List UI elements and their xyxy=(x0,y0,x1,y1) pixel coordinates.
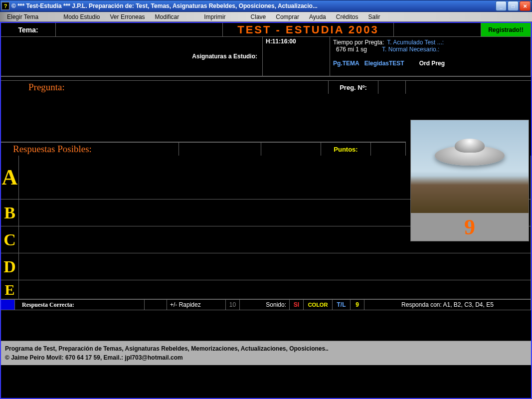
registered-badge: Registrado!! xyxy=(481,23,531,36)
answer-c-button[interactable]: C xyxy=(1,226,19,253)
pregunta-label: Pregunta: xyxy=(1,81,329,94)
menu-salir[interactable]: Salir xyxy=(363,12,385,21)
sonido-value[interactable]: SI xyxy=(290,300,304,310)
menu-comprar[interactable]: Comprar xyxy=(271,12,304,21)
image-panel: 9 xyxy=(410,120,529,241)
elegidas-label: ElegidasTEST xyxy=(364,60,404,67)
answer-b-button[interactable]: B xyxy=(1,200,19,226)
tema-label: Tema: xyxy=(1,23,56,36)
status-area-2 xyxy=(1,310,531,341)
menubar: Elegir Tema Modo Estudio Ver Erroneas Mo… xyxy=(0,12,532,22)
question-image xyxy=(411,120,529,213)
pregunta-body xyxy=(1,94,406,143)
minimize-button[interactable]: _ xyxy=(496,1,507,11)
pregunta-num-label: Preg. Nº: xyxy=(329,81,378,94)
answer-a-button[interactable]: A xyxy=(1,156,19,199)
puntos-value xyxy=(371,143,406,156)
footer-line1: Programa de Test, Preparación de Temas, … xyxy=(5,344,527,353)
puntos-label: Puntos: xyxy=(321,143,371,156)
menu-ayuda[interactable]: Ayuda xyxy=(304,12,331,21)
tiempo-pregta-label: Tiempo por Pregta: xyxy=(333,39,384,46)
asignaturas-label: Asignaturas a Estudio: xyxy=(1,37,263,76)
footer-line2: © Jaime Peiro Movil: 670 64 17 59, Email… xyxy=(5,353,527,362)
menu-imprimir[interactable]: Imprimir xyxy=(199,12,230,21)
ord-preg-label: Ord Preg xyxy=(419,60,445,67)
responda-hint: Responda con: A1, B2, C3, D4, E5 xyxy=(364,300,531,310)
app-title: TEST - ESTUDIA 2003 xyxy=(223,23,394,36)
info-right-block: Tiempo por Pregta: T. Acumulado Test ...… xyxy=(330,37,531,76)
titlebar: ? © *** Test-Estudia *** J.P.L. Preparac… xyxy=(0,0,532,12)
sonido-label: Sonido: xyxy=(240,300,290,310)
respuestas-label: Respuestas Posibles: xyxy=(1,143,179,156)
info-time-block: H:11:16:00 xyxy=(263,37,330,76)
rapidez-value: 10 xyxy=(226,300,240,310)
tl-label: T/L xyxy=(333,300,351,310)
menu-ver-erroneas[interactable]: Ver Erroneas xyxy=(105,12,150,21)
time-label: H:11:16:00 xyxy=(266,38,296,45)
tema-value xyxy=(56,23,223,36)
answer-d-text xyxy=(19,253,531,280)
close-button[interactable]: ✕ xyxy=(520,1,531,11)
app-icon: ? xyxy=(1,2,9,10)
ufo-illustration xyxy=(435,146,505,166)
pregunta-num-value xyxy=(378,81,406,94)
answer-e-button[interactable]: E xyxy=(1,280,19,299)
menu-elegir-tema[interactable]: Elegir Tema xyxy=(2,12,43,21)
maximize-button[interactable]: □ xyxy=(508,1,519,11)
respuesta-correcta-value xyxy=(145,300,167,310)
color-button[interactable]: COLOR xyxy=(304,300,333,310)
menu-clave[interactable]: Clave xyxy=(246,12,271,21)
footer: Programa de Test, Preparación de Temas, … xyxy=(1,341,531,365)
acumulado-label: T. Acumulado Test ...: xyxy=(387,39,444,46)
spacer xyxy=(394,23,481,36)
respuesta-correcta-label: Respuesta Correcta: xyxy=(15,300,145,310)
rapidez-label: +/- Rapidez xyxy=(167,300,226,310)
answer-e-text xyxy=(19,280,531,299)
pg-tema-label: Pg.TEMA xyxy=(333,60,359,67)
normal-label: T. Normal Necesario.: xyxy=(382,46,439,53)
answer-d-button[interactable]: D xyxy=(1,253,19,280)
spacer xyxy=(261,143,321,156)
window-title: © *** Test-Estudia *** J.P.L. Preparació… xyxy=(11,2,496,9)
spacer xyxy=(179,143,261,156)
status-color-square xyxy=(1,300,15,310)
menu-modificar[interactable]: Modificar xyxy=(150,12,184,21)
tiempo-value: 676 mi 1 sg xyxy=(333,46,367,53)
tl-value: 9 xyxy=(351,300,364,310)
counter-number: 9 xyxy=(411,213,529,241)
menu-creditos[interactable]: Créditos xyxy=(331,12,363,21)
menu-modo-estudio[interactable]: Modo Estudio xyxy=(58,12,105,21)
